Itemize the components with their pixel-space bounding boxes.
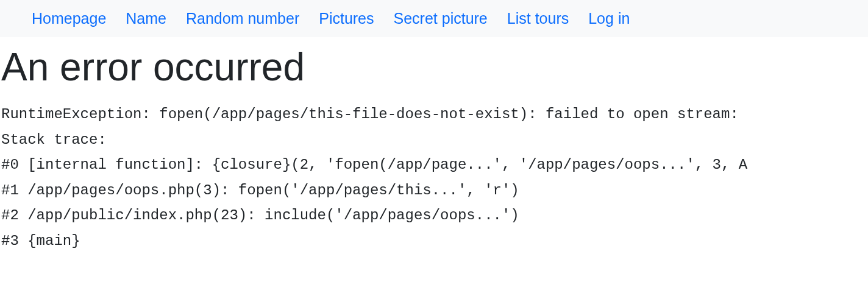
nav-link-homepage[interactable]: Homepage: [32, 10, 106, 27]
content: An error occurred RuntimeException: fope…: [0, 44, 868, 253]
nav-link-log-in[interactable]: Log in: [588, 10, 630, 27]
nav-link-random-number[interactable]: Random number: [186, 10, 299, 27]
navbar: Homepage Name Random number Pictures Sec…: [0, 0, 868, 37]
nav-link-pictures[interactable]: Pictures: [319, 10, 374, 27]
nav-link-name[interactable]: Name: [126, 10, 166, 27]
nav-list: Homepage Name Random number Pictures Sec…: [0, 10, 868, 27]
nav-link-secret-picture[interactable]: Secret picture: [394, 10, 488, 27]
error-stack-trace: RuntimeException: fopen(/app/pages/this-…: [0, 102, 868, 253]
nav-link-list-tours[interactable]: List tours: [507, 10, 569, 27]
page-title: An error occurred: [0, 44, 868, 90]
